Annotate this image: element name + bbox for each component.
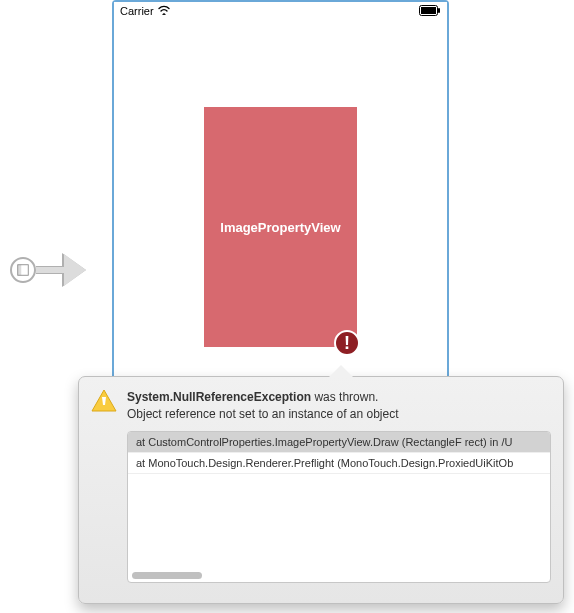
exception-text: System.NullReferenceException was thrown… xyxy=(127,389,399,423)
stack-frame[interactable]: at CustomControlProperties.ImageProperty… xyxy=(128,432,550,453)
stack-horizontal-scrollbar[interactable] xyxy=(132,572,202,579)
warning-icon xyxy=(91,389,117,413)
exception-name: System.NullReferenceException xyxy=(127,390,311,404)
error-badge-icon[interactable]: ! xyxy=(334,330,360,356)
view-label: ImagePropertyView xyxy=(220,220,340,235)
svg-rect-1 xyxy=(18,265,22,276)
carrier-label: Carrier xyxy=(120,5,154,17)
wifi-icon xyxy=(158,5,170,17)
svg-rect-3 xyxy=(421,7,436,14)
error-badge-glyph: ! xyxy=(344,333,350,354)
exception-message: Object reference not set to an instance … xyxy=(127,406,399,423)
battery-icon xyxy=(419,5,441,18)
svg-rect-4 xyxy=(438,8,440,13)
popover-header: System.NullReferenceException was thrown… xyxy=(91,389,551,423)
status-bar-left: Carrier xyxy=(120,5,170,17)
arrow-shaft xyxy=(36,266,64,274)
exception-popover: System.NullReferenceException was thrown… xyxy=(78,376,564,604)
inspector-arrow[interactable] xyxy=(10,254,86,286)
image-property-view[interactable]: ImagePropertyView xyxy=(204,107,357,347)
arrow-head-icon xyxy=(64,254,86,286)
status-bar: Carrier xyxy=(114,2,447,20)
stack-trace-list[interactable]: at CustomControlProperties.ImageProperty… xyxy=(127,431,551,583)
exception-thrown-suffix: was thrown. xyxy=(311,390,378,404)
stack-frame[interactable]: at MonoTouch.Design.Renderer.Preflight (… xyxy=(128,453,550,474)
inspector-handle-icon xyxy=(10,257,36,283)
